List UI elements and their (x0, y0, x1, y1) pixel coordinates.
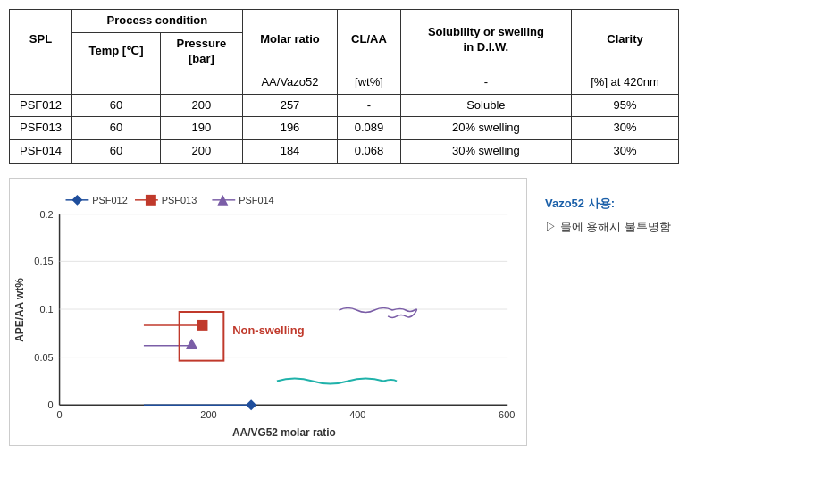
spl-cell: PSF012 (10, 94, 72, 117)
temp-cell: 60 (72, 140, 161, 164)
table-row: PSF014 60 200 184 0.068 30% swelling 30% (10, 140, 679, 164)
clarity-header: Clarity (572, 10, 679, 71)
psf012-point (246, 400, 256, 411)
side-notes: Vazo52 사용: ▷ 물에 용해시 불투명함 (545, 178, 671, 235)
non-swelling-label: Non-swelling (232, 323, 304, 337)
y-tick-02: 0.2 (39, 209, 53, 220)
claa-cell: 0.068 (338, 140, 401, 164)
dash-sub: - (400, 71, 571, 94)
temp-cell: 60 (72, 117, 161, 140)
clarity-sub: [%] at 420nm (572, 71, 679, 94)
spl-cell: PSF013 (10, 117, 72, 140)
side-title: Vazo52 사용: (545, 196, 671, 212)
clarity-cell: 30% (572, 140, 679, 164)
psf013-point (197, 320, 208, 331)
x-tick-600: 600 (499, 409, 515, 420)
x-axis-label: AA/VG52 molar ratio (232, 426, 336, 439)
pressure-cell: 190 (160, 117, 242, 140)
y-tick-015: 0.15 (34, 256, 53, 267)
solubility-cell: 20% swelling (400, 117, 571, 140)
temp-sub (72, 71, 161, 94)
molar-cell: 257 (242, 94, 337, 117)
legend-psf013-label: PSF013 (162, 195, 197, 206)
solubility-cell: 30% swelling (400, 140, 571, 164)
clarity-cell: 30% (572, 117, 679, 140)
non-swelling-box (180, 312, 224, 361)
chart-container: PSF012 PSF013 PSF014 0 0.05 0.1 0.1 (9, 178, 527, 446)
temp-header: Temp [℃] (72, 32, 161, 71)
aa-vazo52-sub: AA/Vazo52 (242, 71, 337, 94)
psf014-point (186, 339, 198, 349)
x-tick-0: 0 (57, 409, 63, 420)
y-axis-label: APE/AA wt% (13, 278, 26, 342)
side-item: ▷ 물에 용해시 불투명함 (545, 219, 671, 235)
temp-cell: 60 (72, 94, 161, 117)
data-table: SPL Process condition Molar ratio CL/AA … (9, 9, 679, 164)
solubility-header: Solubility or swellingin D.I.W. (400, 10, 571, 71)
molar-cell: 196 (242, 117, 337, 140)
claa-header: CL/AA (338, 10, 401, 71)
spl-cell: PSF014 (10, 140, 72, 164)
solubility-cell: Soluble (400, 94, 571, 117)
wt-sub: [wt%] (338, 71, 401, 94)
process-condition-header: Process condition (72, 10, 243, 33)
pressure-cell: 200 (160, 140, 242, 164)
legend-psf012-label: PSF012 (92, 195, 127, 206)
chart-svg: PSF012 PSF013 PSF014 0 0.05 0.1 0.1 (10, 179, 526, 445)
claa-cell: 0.089 (338, 117, 401, 140)
spl-sub (10, 71, 72, 94)
x-tick-400: 400 (349, 409, 365, 420)
pressure-cell: 200 (160, 94, 242, 117)
pressure-header: Pressure[bar] (160, 32, 242, 71)
legend-psf014-label: PSF014 (239, 195, 273, 206)
spl-header: SPL (10, 10, 72, 71)
x-tick-200: 200 (200, 409, 216, 420)
clarity-cell: 95% (572, 94, 679, 117)
pressure-sub (160, 71, 242, 94)
y-tick-005: 0.05 (34, 352, 53, 363)
psf014-wave-annotation (277, 379, 397, 384)
bottom-area: PSF012 PSF013 PSF014 0 0.05 0.1 0.1 (9, 178, 813, 446)
table-row: PSF013 60 190 196 0.089 20% swelling 30% (10, 117, 679, 140)
molar-ratio-header: Molar ratio (242, 10, 337, 71)
claa-cell: - (338, 94, 401, 117)
y-tick-01: 0.1 (39, 304, 53, 315)
y-tick-0: 0 (48, 400, 54, 411)
table-row: PSF012 60 200 257 - Soluble 95% (10, 94, 679, 117)
molar-cell: 184 (242, 140, 337, 164)
